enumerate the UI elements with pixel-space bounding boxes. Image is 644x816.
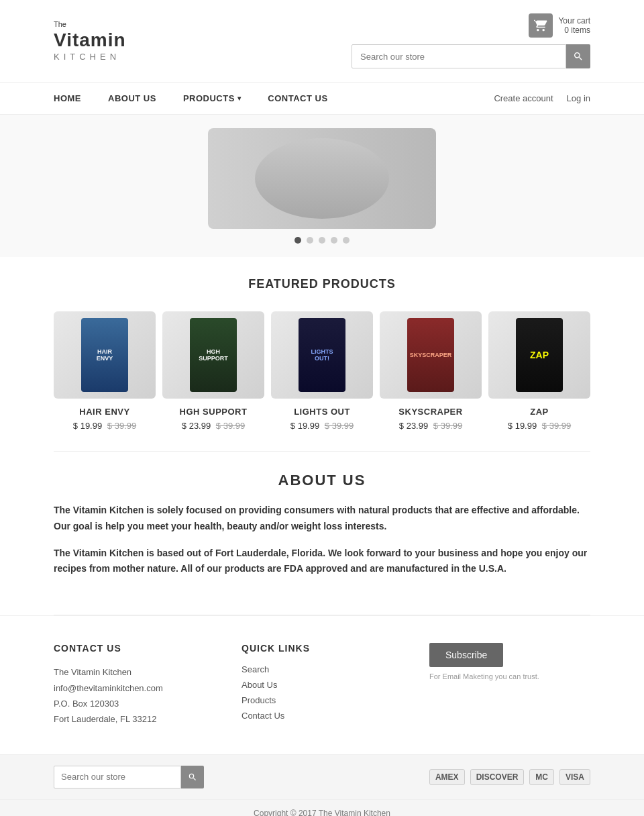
copyright-text: Copyright © 2017 The Vitamin Kitchen [13,807,631,816]
cart-text: Your cart 0 items [558,16,590,35]
footer-bottom: AMEX DISCOVER MC VISA [0,754,644,799]
login-link[interactable]: Log in [567,83,590,114]
slideshow [0,115,644,257]
product-price-2: $ 19.99 $ 39.99 [271,421,373,431]
visa-icon: VISA [559,769,590,785]
product-bottle-hair: HAIRENVY [81,318,128,392]
product-price-0: $ 19.99 $ 39.99 [54,421,156,431]
footer-about-link[interactable]: About Us [241,680,402,690]
dot-4[interactable] [331,237,337,244]
cart-items: 0 items [558,26,590,35]
nav-home[interactable]: HOME [54,83,95,114]
sale-price-3: $ 23.99 [399,421,428,431]
cart-area[interactable]: Your cart 0 items [529,13,590,38]
footer-products-link[interactable]: Products [241,695,402,705]
nav-products-label: PRODUCTS [183,93,235,103]
orig-price-4: $ 39.99 [542,421,571,431]
about-title: ABOUT US [54,472,590,489]
product-img-hgh: HGHSUPPORT [162,311,264,399]
navigation: HOME ABOUT US PRODUCTS ▾ CONTACT US Crea… [0,82,644,115]
products-grid: HAIRENVY HAIR ENVY $ 19.99 $ 39.99 HGHSU… [54,311,590,431]
footer-search-link[interactable]: Search [241,664,402,674]
dot-2[interactable] [307,237,313,244]
logo-the: The [54,20,126,29]
logo[interactable]: The Vitamin KITCHEN [54,20,126,62]
discover-icon: DISCOVER [470,769,525,785]
slide-product [255,138,389,219]
product-zap[interactable]: ZAP ZAP $ 19.99 $ 39.99 [488,311,590,431]
slide-image [208,128,436,229]
product-img-sky: SKYSCRAPER [380,311,482,399]
footer-po: P.O. Box 120303 [54,696,215,711]
nav-left: HOME ABOUT US PRODUCTS ▾ CONTACT US [54,83,341,114]
product-bottle-hgh: HGHSUPPORT [190,318,237,392]
product-img-hair: HAIRENVY [54,311,156,399]
product-img-lights: LIGHTSOUT! [271,311,373,399]
nav-about[interactable]: ABOUT US [95,83,170,114]
logo-vitamin: Vitamin [54,29,126,52]
nav-contact[interactable]: CONTACT US [254,83,341,114]
header: The Vitamin KITCHEN Your cart 0 items [0,0,644,82]
about-section: ABOUT US The Vitamin Kitchen is solely f… [0,452,644,615]
product-hgh-support[interactable]: HGHSUPPORT HGH SUPPORT $ 23.99 $ 39.99 [162,311,264,431]
subscribe-note: For Email Maketing you can trust. [429,672,539,680]
nav-products[interactable]: PRODUCTS ▾ [170,83,254,114]
footer-email: info@thevitaminkitchen.com [54,680,215,696]
orig-price-0: $ 39.99 [107,421,136,431]
footer-contact-title: CONTACT US [54,643,215,654]
footer-contact-link[interactable]: Contact Us [241,711,402,721]
product-name-0: HAIR ENVY [54,407,156,417]
product-img-zap: ZAP [488,311,590,399]
footer-company: The Vitamin Kitchen [54,664,215,680]
product-bottle-zap: ZAP [516,318,563,392]
about-para-2: The Vitamin Kitchen is based out of Fort… [54,546,590,578]
product-skyscraper[interactable]: SKYSCRAPER SKYSCRAPER $ 23.99 $ 39.99 [380,311,482,431]
slide-dots [294,237,350,244]
dot-5[interactable] [343,237,350,244]
footer-search-button[interactable] [181,766,204,788]
about-para-1: The Vitamin Kitchen is solely focused on… [54,503,590,535]
dot-1[interactable] [294,237,301,244]
orig-price-3: $ 39.99 [433,421,462,431]
create-account-link[interactable]: Create account [494,83,553,114]
product-hair-envy[interactable]: HAIRENVY HAIR ENVY $ 19.99 $ 39.99 [54,311,156,431]
orig-price-1: $ 39.99 [216,421,245,431]
sale-price-4: $ 19.99 [508,421,537,431]
product-bottle-sky: SKYSCRAPER [407,318,454,392]
amex-icon: AMEX [429,769,465,785]
featured-title: FEATURED PRODUCTS [54,277,590,291]
header-right: Your cart 0 items [352,13,590,68]
product-name-4: ZAP [488,407,590,417]
mastercard-icon: MC [529,769,554,785]
copyright-section: Copyright © 2017 The Vitamin Kitchen Web… [0,799,644,816]
product-name-3: SKYSCRAPER [380,407,482,417]
product-name-2: LIGHTS OUT [271,407,373,417]
product-price-3: $ 23.99 $ 39.99 [380,421,482,431]
cart-label: Your cart [558,16,590,26]
sale-price-0: $ 19.99 [73,421,102,431]
footer-search-input[interactable] [54,766,181,788]
sale-price-1: $ 23.99 [182,421,211,431]
subscribe-button[interactable]: Subscribe [429,643,503,667]
footer-top: CONTACT US The Vitamin Kitchen info@thev… [0,615,644,754]
product-bottle-lights: LIGHTSOUT! [299,318,345,392]
footer-links-title: QUICK LINKS [241,643,402,654]
payment-icons: AMEX DISCOVER MC VISA [429,769,590,785]
footer-search-area [54,766,204,788]
footer-contact-col: CONTACT US The Vitamin Kitchen info@thev… [54,643,215,727]
logo-kitchen: KITCHEN [54,52,126,62]
dot-3[interactable] [319,237,325,244]
logo-text: The Vitamin KITCHEN [54,20,126,62]
nav-right: Create account Log in [494,83,590,114]
product-lights-out[interactable]: LIGHTSOUT! LIGHTS OUT $ 19.99 $ 39.99 [271,311,373,431]
product-price-4: $ 19.99 $ 39.99 [488,421,590,431]
search-input[interactable] [352,44,566,68]
orig-price-2: $ 39.99 [325,421,354,431]
sale-price-2: $ 19.99 [290,421,319,431]
header-search [352,44,590,68]
footer-subscribe-col: Subscribe For Email Maketing you can tru… [429,643,590,727]
footer-links-col: QUICK LINKS Search About Us Products Con… [241,643,402,727]
product-price-1: $ 23.99 $ 39.99 [162,421,264,431]
search-button[interactable] [566,44,590,68]
featured-section: FEATURED PRODUCTS HAIRENVY HAIR ENVY $ 1… [0,257,644,451]
